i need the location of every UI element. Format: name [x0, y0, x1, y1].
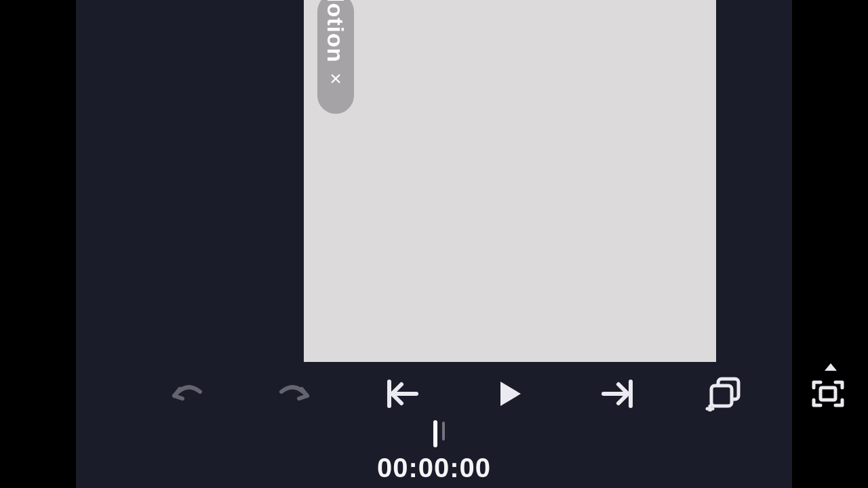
close-icon[interactable]: × — [330, 68, 342, 89]
playhead-marker[interactable] — [433, 420, 437, 447]
timeline[interactable]: 00:00:00 — [76, 420, 792, 488]
fullscreen-icon — [811, 380, 845, 408]
add-layer-button[interactable] — [700, 377, 747, 411]
play-icon — [496, 379, 524, 409]
playhead-sub-marker — [442, 422, 445, 441]
effect-pill-label: lotion — [324, 0, 347, 63]
undo-icon — [166, 380, 207, 408]
svg-rect-9 — [821, 388, 835, 400]
next-frame-button[interactable] — [594, 377, 642, 411]
play-button[interactable] — [486, 377, 534, 411]
undo-button[interactable] — [163, 377, 210, 411]
redo-button[interactable] — [271, 377, 319, 411]
previous-frame-button[interactable] — [378, 377, 426, 411]
skip-forward-icon — [599, 379, 636, 409]
svg-rect-6 — [711, 386, 732, 406]
fullscreen-button[interactable] — [804, 377, 852, 411]
timecode-display: 00:00:00 — [76, 453, 792, 483]
add-layer-icon — [705, 376, 743, 411]
effect-pill[interactable]: lotion × — [317, 0, 354, 114]
preview-canvas[interactable] — [304, 0, 716, 362]
skip-back-icon — [384, 379, 420, 409]
editor-stage: lotion × — [76, 0, 792, 488]
svg-marker-2 — [500, 382, 521, 406]
redo-icon — [275, 380, 315, 408]
playback-controls — [76, 362, 792, 424]
caret-up-icon[interactable] — [825, 363, 837, 371]
